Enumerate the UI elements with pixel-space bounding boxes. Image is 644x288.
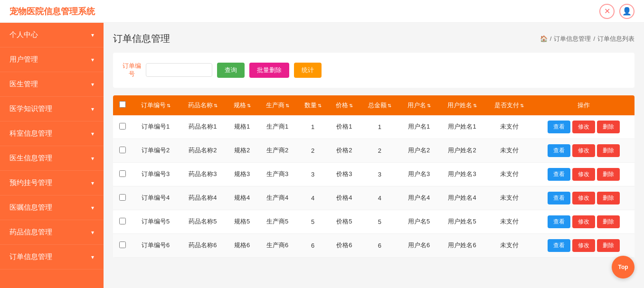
delete-button[interactable]: 删除 — [597, 239, 620, 252]
row-checkbox[interactable] — [119, 218, 126, 224]
sort-icon: ⇅ — [318, 103, 322, 108]
table-row: 订单编号4 药品名称4 规格4 生产商4 4 价格4 4 用户名4 用户姓名4 … — [113, 186, 635, 210]
edit-button[interactable]: 修改 — [572, 239, 595, 252]
sidebar-item-personal-center[interactable]: 个人中心 ▾ — [0, 23, 104, 47]
col-price: 价格⇅ — [329, 95, 360, 115]
row-checkbox[interactable] — [119, 242, 126, 248]
cell-action: 查看 修改 删除 — [533, 233, 635, 257]
batch-delete-button[interactable]: 批量删除 — [249, 63, 289, 78]
cell-qty: 2 — [297, 139, 329, 162]
user-button[interactable]: 👤 — [619, 4, 635, 19]
cell-drug-name: 药品名称1 — [179, 115, 226, 139]
edit-button[interactable]: 修改 — [572, 215, 595, 228]
edit-button[interactable]: 修改 — [572, 168, 595, 181]
col-username: 用户名⇅ — [399, 95, 439, 115]
edit-button[interactable]: 修改 — [572, 192, 595, 204]
view-button[interactable]: 查看 — [548, 239, 570, 252]
delete-button[interactable]: 删除 — [597, 144, 620, 157]
row-checkbox-cell — [113, 210, 132, 233]
select-all-checkbox[interactable] — [119, 101, 126, 108]
row-checkbox-cell — [113, 115, 132, 139]
col-checkbox — [113, 95, 132, 115]
cell-manufacturer: 生产商5 — [258, 210, 297, 233]
row-checkbox[interactable] — [119, 170, 126, 177]
sidebar-item-doctor-management[interactable]: 医生管理 ▾ — [0, 72, 104, 97]
cell-total: 6 — [360, 233, 399, 257]
delete-button[interactable]: 删除 — [597, 192, 620, 204]
close-button[interactable]: ✕ — [599, 4, 615, 19]
chevron-down-icon: ▾ — [91, 130, 94, 137]
breadcrumb-sep2: / — [593, 35, 595, 42]
chevron-down-icon: ▾ — [91, 155, 94, 162]
cell-price: 价格1 — [329, 115, 360, 139]
col-action: 操作 — [533, 95, 635, 115]
sidebar-item-medical-knowledge[interactable]: 医学知识管理 ▾ — [0, 97, 104, 121]
edit-button[interactable]: 修改 — [572, 144, 595, 157]
cell-spec: 规格1 — [227, 115, 258, 139]
cell-order-no: 订单编号4 — [132, 186, 179, 210]
row-checkbox-cell — [113, 186, 132, 210]
cell-manufacturer: 生产商1 — [258, 115, 297, 139]
sidebar: 个人中心 ▾ 用户管理 ▾ 医生管理 ▾ 医学知识管理 ▾ 科室信息管理 ▾ 医… — [0, 23, 104, 288]
row-checkbox[interactable] — [119, 194, 126, 201]
sidebar-item-order-management[interactable]: 订单信息管理 ▾ — [0, 245, 104, 269]
delete-button[interactable]: 删除 — [597, 121, 620, 133]
chevron-down-icon: ▾ — [91, 81, 94, 88]
col-spec: 规格⇅ — [227, 95, 258, 115]
sidebar-label: 预约挂号管理 — [9, 178, 52, 187]
sort-icon: ⇅ — [520, 103, 524, 108]
breadcrumb: 🏠 / 订单信息管理 / 订单信息列表 — [540, 35, 635, 43]
row-checkbox[interactable] — [119, 123, 126, 130]
view-button[interactable]: 查看 — [548, 121, 570, 133]
col-paid: 是否支付⇅ — [486, 95, 533, 115]
app-title: 宠物医院信息管理系统 — [9, 6, 95, 17]
sidebar-item-appointment[interactable]: 预约挂号管理 ▾ — [0, 171, 104, 195]
cell-drug-name: 药品名称2 — [179, 139, 226, 162]
cell-price: 价格4 — [329, 186, 360, 210]
cell-user-fullname: 用户姓名5 — [438, 210, 485, 233]
query-button[interactable]: 查询 — [217, 63, 245, 78]
cell-paid: 未支付 — [486, 233, 533, 257]
cell-total: 3 — [360, 162, 399, 186]
delete-button[interactable]: 删除 — [597, 215, 620, 228]
table-row: 订单编号1 药品名称1 规格1 生产商1 1 价格1 1 用户名1 用户姓名1 … — [113, 115, 635, 139]
home-icon: 🏠 — [540, 35, 548, 42]
sidebar-item-user-management[interactable]: 用户管理 ▾ — [0, 47, 104, 72]
sidebar-item-drug-info[interactable]: 药品信息管理 ▾ — [0, 220, 104, 245]
view-button[interactable]: 查看 — [548, 192, 570, 204]
cell-drug-name: 药品名称4 — [179, 186, 226, 210]
row-checkbox[interactable] — [119, 147, 126, 153]
view-button[interactable]: 查看 — [548, 144, 570, 157]
edit-button[interactable]: 修改 — [572, 121, 595, 133]
cell-qty: 3 — [297, 162, 329, 186]
cell-username: 用户名1 — [399, 115, 439, 139]
sidebar-item-prescription[interactable]: 医嘱信息管理 ▾ — [0, 195, 104, 220]
cell-username: 用户名5 — [399, 210, 439, 233]
view-button[interactable]: 查看 — [548, 215, 570, 228]
col-order-no: 订单编号⇅ — [132, 95, 179, 115]
back-to-top-button[interactable]: Top — [612, 256, 635, 279]
chevron-down-icon: ▾ — [91, 56, 94, 63]
sidebar-item-department-info[interactable]: 科室信息管理 ▾ — [0, 121, 104, 146]
sort-icon: ⇅ — [473, 103, 477, 108]
sidebar-label: 医嘱信息管理 — [9, 203, 52, 212]
sidebar-label: 科室信息管理 — [9, 129, 52, 138]
filter-bar: 订单编 号 查询 批量删除 统计 — [123, 62, 625, 78]
stats-button[interactable]: 统计 — [294, 63, 322, 78]
cell-paid: 未支付 — [486, 210, 533, 233]
chevron-down-icon: ▾ — [91, 32, 94, 38]
order-id-input[interactable] — [146, 63, 212, 77]
cell-spec: 规格2 — [227, 139, 258, 162]
sort-icon: ⇅ — [285, 103, 289, 108]
sidebar-item-doctor-info[interactable]: 医生信息管理 ▾ — [0, 146, 104, 171]
cell-total: 4 — [360, 186, 399, 210]
sidebar-label: 个人中心 — [9, 30, 38, 39]
cell-manufacturer: 生产商3 — [258, 162, 297, 186]
cell-username: 用户名4 — [399, 186, 439, 210]
breadcrumb-part2: 订单信息列表 — [597, 35, 635, 43]
cell-action: 查看 修改 删除 — [533, 115, 635, 139]
user-icon: 👤 — [622, 7, 632, 16]
delete-button[interactable]: 删除 — [597, 168, 620, 181]
view-button[interactable]: 查看 — [548, 168, 570, 181]
cell-paid: 未支付 — [486, 186, 533, 210]
